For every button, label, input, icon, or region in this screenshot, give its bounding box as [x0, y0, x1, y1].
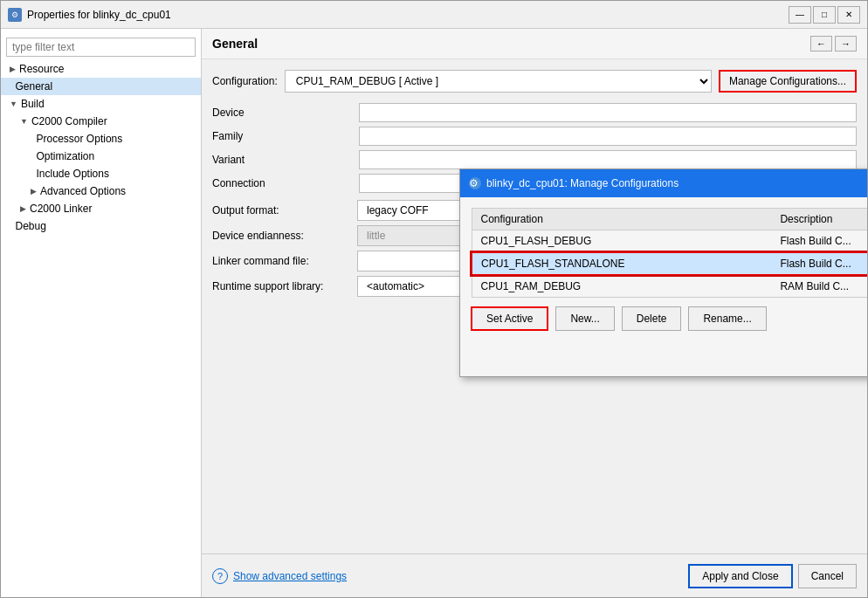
modal-body: Configuration Description Status CPU1_FL…: [460, 197, 867, 376]
config-label: Configuration:: [212, 75, 278, 87]
arrow-icon: [10, 222, 12, 230]
title-bar-left: ⚙ Properties for blinky_dc_cpu01: [8, 8, 171, 22]
set-active-button[interactable]: Set Active: [471, 306, 548, 331]
sidebar-item-debug[interactable]: Debug: [1, 217, 201, 235]
col-header-configuration: Configuration: [472, 209, 771, 230]
sidebar-item-label: Resource: [19, 63, 64, 75]
linker-command-label: Linker command file:: [212, 255, 352, 267]
main-content: ▶ Resource General ▼ Build ▼ C2000 Compi…: [1, 29, 867, 597]
arrow-icon: [31, 134, 33, 143]
sidebar-item-label: C2000 Compiler: [31, 115, 107, 127]
col-header-description: Description: [771, 209, 867, 230]
sidebar-item-optimization[interactable]: Optimization: [1, 148, 201, 165]
arrow-icon: ▼: [10, 100, 17, 108]
sidebar-item-general[interactable]: General: [1, 78, 201, 95]
arrow-icon: ▶: [20, 204, 26, 213]
sidebar-item-label: Include Options: [37, 168, 109, 180]
sidebar-item-c2000-compiler[interactable]: ▼ C2000 Compiler: [1, 113, 201, 130]
modal-title: blinky_dc_cpu01: Manage Configurations: [486, 177, 679, 189]
config-description: Flash Build C...: [771, 252, 867, 275]
modal-ok-area: OK Cancel: [471, 341, 867, 366]
modal-title-left: ⚙ blinky_dc_cpu01: Manage Configurations: [469, 177, 679, 189]
content-wrapper: General ← → Configuration: CPU1_RAM_DEBU…: [202, 29, 867, 597]
sidebar-item-build[interactable]: ▼ Build: [1, 95, 201, 113]
title-bar-buttons: — □ ✕: [789, 6, 860, 24]
field-label-device: Device: [212, 103, 352, 122]
arrow-icon: [31, 152, 33, 161]
bottom-right: Apply and Close Cancel: [688, 564, 857, 588]
sidebar-item-label: General: [16, 80, 53, 93]
sidebar-item-label: Processor Options: [37, 133, 123, 145]
sidebar-item-c2000-linker[interactable]: ▶ C2000 Linker: [1, 200, 201, 217]
sidebar-item-label: Debug: [16, 220, 46, 232]
panel-header: General ← →: [202, 29, 867, 59]
sidebar-item-processor-options[interactable]: Processor Options: [1, 130, 201, 148]
minimize-button[interactable]: —: [789, 6, 811, 24]
nav-buttons: ← →: [810, 36, 857, 52]
table-row-selected[interactable]: CPU1_FLASH_STANDALONE Flash Build C... A…: [472, 252, 867, 275]
new-button[interactable]: New...: [555, 306, 614, 331]
manage-configurations-button[interactable]: Manage Configurations...: [719, 70, 857, 93]
nav-back-button[interactable]: ←: [810, 36, 832, 52]
output-format-label: Output format:: [212, 204, 352, 217]
filter-input[interactable]: [6, 38, 196, 57]
configuration-row: Configuration: CPU1_RAM_DEBUG [ Active ]…: [212, 70, 857, 93]
arrow-icon: ▼: [20, 117, 28, 126]
table-row[interactable]: CPU1_RAM_DEBUG RAM Build C...: [472, 275, 867, 298]
cancel-button[interactable]: Cancel: [798, 564, 857, 588]
sidebar-item-include-options[interactable]: Include Options: [1, 165, 201, 182]
sidebar-item-advanced-options[interactable]: ▶ Advanced Options: [1, 182, 201, 200]
sidebar: ▶ Resource General ▼ Build ▼ C2000 Compi…: [1, 29, 202, 597]
sidebar-item-label: Build: [21, 98, 45, 110]
config-name: CPU1_FLASH_DEBUG: [472, 230, 771, 253]
field-label-connection: Connection: [212, 174, 352, 193]
config-name: CPU1_FLASH_STANDALONE: [472, 252, 771, 275]
title-bar: ⚙ Properties for blinky_dc_cpu01 — □ ✕: [1, 1, 867, 29]
config-description: RAM Build C...: [771, 275, 867, 298]
sidebar-item-label: C2000 Linker: [30, 203, 92, 215]
panel-title: General: [212, 37, 258, 51]
modal-icon: ⚙: [469, 177, 481, 189]
field-input-device[interactable]: [359, 103, 857, 122]
configurations-table: Configuration Description Status CPU1_FL…: [471, 208, 867, 298]
delete-button[interactable]: Delete: [622, 306, 682, 331]
window-icon: ⚙: [8, 8, 22, 22]
window-close-button[interactable]: ✕: [837, 6, 860, 24]
sidebar-item-resource[interactable]: ▶ Resource: [1, 60, 201, 78]
runtime-library-label: Runtime support library:: [212, 280, 352, 292]
field-input-family[interactable]: [359, 127, 857, 146]
sidebar-item-label: Optimization: [37, 150, 95, 162]
table-header-row: Configuration Description Status: [472, 209, 867, 230]
arrow-icon: [31, 169, 33, 178]
arrow-icon: [10, 82, 12, 91]
bottom-bar: ? Show advanced settings Apply and Close…: [202, 553, 867, 597]
window-title: Properties for blinky_dc_cpu01: [27, 9, 171, 21]
arrow-icon: ▶: [31, 187, 37, 196]
field-label-family: Family: [212, 127, 352, 146]
field-input-variant[interactable]: [359, 150, 857, 169]
config-name: CPU1_RAM_DEBUG: [472, 275, 771, 298]
table-row[interactable]: CPU1_FLASH_DEBUG Flash Build C...: [472, 230, 867, 253]
modal-action-buttons: Set Active New... Delete Rename...: [471, 306, 867, 331]
nav-forward-button[interactable]: →: [835, 36, 857, 52]
sidebar-item-label: Advanced Options: [40, 185, 126, 197]
show-advanced-link[interactable]: Show advanced settings: [233, 570, 347, 582]
device-endianness-label: Device endianness:: [212, 230, 352, 242]
apply-and-close-button[interactable]: Apply and Close: [688, 564, 792, 588]
bottom-left: ? Show advanced settings: [212, 568, 347, 584]
config-description: Flash Build C...: [771, 230, 867, 253]
main-window: ⚙ Properties for blinky_dc_cpu01 — □ ✕ ▶…: [0, 0, 868, 598]
help-icon[interactable]: ?: [212, 568, 228, 584]
modal-title-bar: ⚙ blinky_dc_cpu01: Manage Configurations…: [460, 169, 867, 197]
manage-configurations-modal: ⚙ blinky_dc_cpu01: Manage Configurations…: [459, 168, 867, 377]
maximize-button[interactable]: □: [813, 6, 836, 24]
config-select[interactable]: CPU1_RAM_DEBUG [ Active ]: [285, 70, 712, 93]
arrow-icon: ▶: [10, 65, 16, 73]
rename-button[interactable]: Rename...: [688, 306, 766, 331]
field-label-variant: Variant: [212, 150, 352, 169]
